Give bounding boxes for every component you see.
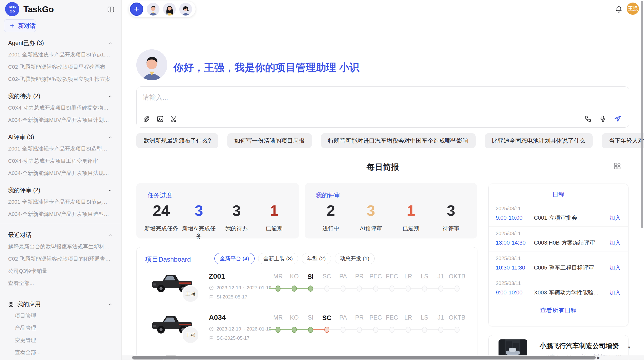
sidebar-item[interactable]: C02-飞腾新能源轻客改款项目里程碑画布 bbox=[0, 61, 121, 73]
sidebar-item[interactable]: A034-全新新能源MUV产品开发项目法规符合性评审 bbox=[0, 167, 121, 179]
schedule-item[interactable]: 2025/03/11 10:30-11:30 C005-整车工程目标评审 加入 bbox=[489, 251, 628, 276]
chevron-up-icon[interactable] bbox=[108, 94, 113, 99]
horizontal-scrollbar-track[interactable] bbox=[122, 355, 644, 360]
schedule-view-all-link[interactable]: 查看所有日程 bbox=[489, 301, 628, 314]
dashboard-tab[interactable]: 年型 (2) bbox=[302, 253, 331, 264]
schedule-item-time: 13:00-14:30 bbox=[496, 239, 534, 246]
project-dashboard-card: 项目Dashboard 全新平台 (4)全新上装 (3)年型 (2)动总开发 (… bbox=[136, 247, 477, 360]
milestone-label: KO bbox=[290, 273, 299, 281]
send-icon[interactable] bbox=[614, 115, 622, 123]
milestone-label: OKTB bbox=[449, 314, 465, 323]
recent-header[interactable]: 最近对话 bbox=[0, 227, 121, 241]
sidebar-item[interactable]: A034-全新新能源MUV产品开发项目造型可行性评审 bbox=[0, 208, 121, 220]
chevron-up-icon[interactable] bbox=[108, 135, 113, 140]
suggestion-chip[interactable]: 比亚迪全固态电池计划具体说了什么 bbox=[485, 133, 593, 148]
microphone-icon[interactable] bbox=[599, 115, 607, 123]
sidebar-section-header[interactable]: Agent已办 (3) bbox=[0, 35, 121, 49]
phone-icon[interactable] bbox=[584, 115, 592, 123]
briefing-layout-icon[interactable] bbox=[613, 162, 621, 170]
new-chat-button[interactable]: 新对话 bbox=[4, 19, 36, 32]
suggestion-chip[interactable]: 特朗普可能对进口汽车增税会对中国车企造成哪些影响 bbox=[321, 133, 476, 148]
project-owner-name: 王强 bbox=[185, 291, 196, 297]
milestone-dot bbox=[341, 327, 346, 333]
sidebar-item[interactable]: Z001-全新燃油皮卡产品开发项目SI节点Lesson Learn报告 bbox=[0, 49, 121, 61]
add-member-button[interactable] bbox=[130, 3, 143, 16]
dashboard-tab[interactable]: 动总开发 (1) bbox=[335, 253, 375, 264]
schedule-item[interactable]: 2025/03/11 9:00-10:00 C001-立项审批会 加入 bbox=[489, 202, 628, 227]
project-date-range: 2023-12-19 ~ 2027-01-19 bbox=[209, 285, 271, 291]
recent-item[interactable]: 解释最新出台的欧盟报废车法规再生塑料比例被调至15%... bbox=[0, 241, 121, 253]
sidebar-toggle-icon[interactable] bbox=[107, 6, 115, 13]
stat-cell: 1 已逾期 bbox=[391, 202, 431, 232]
milestone-dot bbox=[357, 286, 362, 292]
sidebar-section: Agent已办 (3) Z001-全新燃油皮卡产品开发项目SI节点Lesson … bbox=[0, 35, 121, 85]
schedule-title: 日程 bbox=[489, 184, 628, 199]
chat-input[interactable] bbox=[143, 92, 550, 102]
app-item-project-mgmt[interactable]: 项目管理 bbox=[0, 310, 121, 322]
milestone-dot bbox=[275, 286, 281, 292]
sidebar-item-cloud-space[interactable]: 我的云空间 bbox=[0, 358, 121, 360]
user-avatar[interactable]: 王强 bbox=[627, 3, 639, 15]
my-apps-header[interactable]: 我的应用 bbox=[0, 296, 121, 310]
chevron-up-icon[interactable] bbox=[108, 41, 113, 46]
sidebar-item[interactable]: C0X4-动力总成开发项目工程变更评审 bbox=[0, 155, 121, 167]
assistant-avatar bbox=[136, 49, 167, 80]
milestone-label: KO bbox=[290, 314, 299, 323]
app-item-product-mgmt[interactable]: 产品管理 bbox=[0, 322, 121, 334]
vertical-scrollbar[interactable] bbox=[641, 1, 643, 228]
dashboard-tab[interactable]: 全新上装 (3) bbox=[258, 253, 298, 264]
avatar-female-long-hair[interactable] bbox=[163, 3, 176, 16]
sidebar-section-recent: 最近对话 解释最新出台的欧盟报废车法规再生塑料比例被调至15%... C02-飞… bbox=[0, 227, 121, 289]
recent-item[interactable]: 公司Q3轻卡销量 bbox=[0, 265, 121, 277]
sidebar-item[interactable]: C0X4-动力总成开发项目SI里程碑提交物检查 bbox=[0, 102, 121, 114]
dashboard-title: 项目Dashboard bbox=[145, 255, 191, 264]
sidebar-item[interactable]: C02-飞腾新能源轻客改款项目立项汇报方案 bbox=[0, 73, 121, 85]
avatar-male[interactable] bbox=[147, 3, 159, 16]
milestone-dot bbox=[455, 327, 460, 333]
apps-view-all[interactable]: 查看全部... bbox=[0, 346, 121, 358]
sidebar-item[interactable]: Z001-全新燃油轻卡产品开发项目SI造型提交物评审 bbox=[0, 143, 121, 155]
schedule-join-link[interactable]: 加入 bbox=[609, 264, 621, 272]
notification-bell-icon[interactable] bbox=[615, 6, 623, 13]
clock-icon bbox=[209, 326, 214, 332]
scroll-down-arrow-icon[interactable]: ▼ bbox=[627, 345, 631, 350]
divider bbox=[0, 293, 121, 293]
recent-view-all[interactable]: 查看全部... bbox=[0, 277, 121, 289]
suggestion-chip[interactable]: 如何写一份清晰的项目周报 bbox=[227, 133, 312, 148]
my-review-card: 我的评审 2 进行中 3 AI预评审 1 已逾期 3 待评审 bbox=[305, 183, 477, 238]
chevron-up-icon[interactable] bbox=[108, 188, 113, 193]
schedule-join-link[interactable]: 加入 bbox=[609, 239, 621, 247]
suggestion-chip[interactable]: 欧洲新规最近颁布了什么? bbox=[136, 133, 218, 148]
sidebar-section-header[interactable]: 我的评审 (2) bbox=[0, 182, 121, 196]
sidebar-item[interactable]: A034-全新新能源MUV产品开发项目计划变更表编写 bbox=[0, 114, 121, 126]
sidebar-section-header[interactable]: AI评审 (3) bbox=[0, 129, 121, 143]
dashboard-tab[interactable]: 全新平台 (4) bbox=[214, 253, 255, 264]
attachment-icon[interactable] bbox=[143, 115, 150, 123]
avatar-female-bob[interactable] bbox=[179, 3, 192, 16]
schedule-item-date: 2025/03/11 bbox=[496, 280, 621, 286]
sidebar-item[interactable]: Z001-全新燃油轻卡产品开发项目SI节点属性5D文件评审 bbox=[0, 196, 121, 208]
app-item-change-mgmt[interactable]: 变更管理 bbox=[0, 334, 121, 346]
milestone-label: SI bbox=[308, 273, 314, 281]
sidebar-section-header[interactable]: 我的待办 (2) bbox=[0, 88, 121, 102]
suggestion-chip[interactable]: 当下年轻人对汽车外观有怎样的喜好趋势 bbox=[602, 133, 644, 148]
stat-cell: 3 新增AI完成任务 bbox=[180, 202, 218, 240]
schedule-join-link[interactable]: 加入 bbox=[609, 289, 621, 296]
chevron-up-icon[interactable] bbox=[108, 233, 113, 238]
recent-item[interactable]: C02-飞腾新能源轻客改款项目的闭环通告反馈情况 bbox=[0, 253, 121, 265]
image-icon[interactable] bbox=[156, 115, 164, 123]
app-title: TaskGo bbox=[23, 4, 54, 14]
schedule-join-link[interactable]: 加入 bbox=[609, 214, 621, 222]
schedule-item-date: 2025/03/11 bbox=[496, 231, 621, 236]
horizontal-scrollbar-thumb[interactable] bbox=[132, 356, 596, 359]
milestone-dot bbox=[373, 327, 378, 333]
sidebar-logo-row: Task Go TaskGo bbox=[0, 0, 121, 18]
schedule-item[interactable]: 2025/03/11 13:00-14:30 C003|H0B-方案冻结评审 加… bbox=[489, 227, 628, 251]
project-owner-badge: 王强 bbox=[182, 326, 199, 344]
scroll-right-arrow-icon[interactable]: ▶ bbox=[597, 355, 600, 360]
chevron-up-icon[interactable] bbox=[108, 302, 113, 307]
stat-label: 新增AI完成任务 bbox=[180, 225, 218, 240]
schedule-item[interactable]: 2025/03/11 9:00-10:00 X003-车辆动力学性能验... 加… bbox=[489, 276, 628, 301]
flag-icon bbox=[209, 294, 214, 299]
scissors-icon[interactable] bbox=[170, 115, 178, 123]
